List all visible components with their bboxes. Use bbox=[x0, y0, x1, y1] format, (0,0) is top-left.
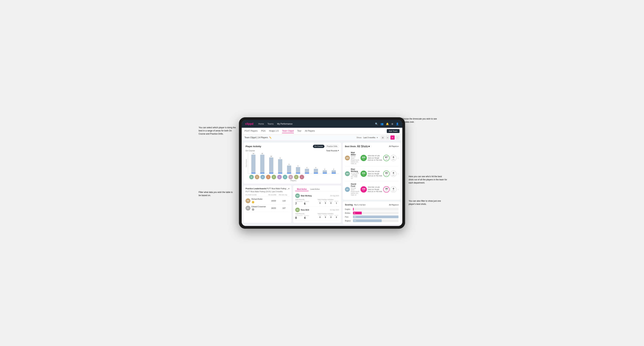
nav-my-performance[interactable]: My Performance bbox=[277, 122, 292, 126]
act-rounds-label-0: Total Rounds bbox=[295, 199, 317, 200]
putt-val-0: 1 bbox=[334, 202, 339, 204]
scoring-label-1: Birdies bbox=[345, 212, 352, 214]
players-x-label: Players bbox=[248, 180, 339, 181]
shot-player-detail-1: 23 Jul 2023 · Aldridge GC, Hole 15 bbox=[351, 172, 360, 179]
lb-rank-badge-0: 1 bbox=[252, 201, 254, 203]
shot-metric2-0: 0 yds bbox=[390, 155, 396, 161]
all-shots-filter[interactable]: All Shots ▾ bbox=[357, 145, 370, 148]
shot-end-0: End Lie: In The Hole bbox=[368, 159, 382, 161]
bar-fill-4[interactable] bbox=[287, 166, 291, 173]
player-avatar-6[interactable]: R bbox=[283, 175, 287, 179]
scoring-label-2: Pars bbox=[345, 216, 352, 218]
lb-name-0: Richard Butler 1 bbox=[252, 198, 262, 203]
act-header-1: RB Rees Britt 02 Sep 2023 bbox=[295, 208, 339, 212]
most-active-tab[interactable]: Most Active bbox=[295, 187, 308, 191]
all-players-filter[interactable]: All Players ▾ bbox=[389, 145, 398, 147]
chart-toggle-btns: On Course Practice Drills bbox=[313, 145, 339, 148]
list-view-btn[interactable]: ≡ bbox=[386, 135, 390, 140]
shot-metrics-1: 43 yds 0 yds bbox=[383, 171, 396, 177]
right-panel: Best Shots All Shots ▾ All Players ▾ bbox=[343, 141, 402, 226]
shot-item-1[interactable]: BM Blair McHarg 23 Jul 2023 · Aldridge G… bbox=[345, 166, 398, 181]
act-rounds-practice-0: Practice 6 bbox=[304, 201, 309, 205]
player-avatar-3[interactable]: J bbox=[266, 175, 270, 179]
player-avatar-2[interactable]: D bbox=[260, 175, 265, 179]
arg-label-0: ARG bbox=[328, 201, 334, 202]
settings-view-btn[interactable]: ⋮ bbox=[395, 135, 400, 140]
shot-metric1-2: 16 yds bbox=[383, 186, 390, 192]
bar-fill-0[interactable] bbox=[251, 155, 256, 173]
lb-avatar-1: EC bbox=[246, 206, 250, 211]
shot-avatar-1: BM bbox=[345, 171, 350, 176]
practice-drills-toggle[interactable]: Practice Drills bbox=[325, 145, 339, 148]
shot-player-info-2: DF David Ford 24 Aug 2023 · Royal North … bbox=[345, 183, 360, 196]
shot-metric2-val-0: 0 bbox=[393, 156, 394, 159]
shot-badge-label-1: SG bbox=[363, 174, 364, 175]
player-avatar-1[interactable]: R bbox=[255, 175, 259, 179]
player-avatar-5[interactable]: G bbox=[277, 175, 282, 179]
heart-view-btn[interactable]: ♥ bbox=[390, 135, 394, 140]
shot-metric2-1: 0 yds bbox=[390, 171, 396, 177]
bar-fill-8[interactable] bbox=[323, 170, 327, 173]
subnav-tour[interactable]: Tour bbox=[297, 129, 301, 133]
nav-home[interactable]: Home bbox=[258, 122, 264, 126]
shot-badge-num-0: 200 bbox=[362, 156, 366, 159]
team-header: Team Clippd | 14 Players ✏️ Show: Last 3… bbox=[242, 134, 402, 141]
shot-metrics-0: 67 yds 0 yds bbox=[383, 155, 396, 161]
plus-circle-icon[interactable]: ⊕ bbox=[391, 123, 394, 125]
putt-label-0: PUTT bbox=[334, 201, 339, 202]
act-tournament-val-1: 8 bbox=[295, 216, 302, 219]
shot-item-0[interactable]: MM Matt Miller 09 Jun 2023 · Royal North… bbox=[345, 150, 398, 166]
search-icon[interactable]: 🔍 bbox=[375, 123, 378, 125]
show-dropdown-icon[interactable]: ▾ bbox=[377, 137, 378, 139]
lb-avatar-0: RB bbox=[246, 198, 250, 203]
bar-fill-1[interactable] bbox=[260, 155, 264, 173]
dropdown-chevron-icon: ▾ bbox=[338, 149, 339, 152]
player-avatar-9[interactable]: L bbox=[300, 175, 304, 179]
shot-avatar-0: MM bbox=[345, 156, 350, 161]
bar-fill-7[interactable] bbox=[314, 169, 318, 173]
subnav-team-clippd[interactable]: Team Clippd bbox=[282, 129, 294, 133]
grid-view-btn[interactable]: ⊞ bbox=[380, 135, 385, 140]
bar-fill-3[interactable] bbox=[278, 159, 282, 173]
chart-dropdown-btn[interactable]: Total Rounds ▾ bbox=[326, 149, 339, 152]
bar-fill-9[interactable] bbox=[332, 170, 336, 173]
act-practice-label-1: Total Practice Activities bbox=[318, 213, 339, 215]
bell-icon[interactable]: 🔔 bbox=[386, 123, 389, 125]
lb-player-name-0: Richard Butler bbox=[252, 198, 262, 200]
player-avatar-4[interactable]: E bbox=[272, 175, 276, 179]
bar-fill-2[interactable] bbox=[269, 158, 273, 173]
shot-badge-num-1: 200 bbox=[362, 172, 366, 174]
lb-dropdown[interactable]: PUTT Must Make Putting ... ▾ bbox=[266, 188, 289, 190]
scoring-bar-wrap-1: 96 bbox=[353, 212, 398, 214]
shot-start-2: Start Lie: Rough bbox=[368, 188, 382, 191]
shot-item-2[interactable]: DF David Ford 24 Aug 2023 · Royal North … bbox=[345, 181, 398, 198]
least-active-tab[interactable]: Least Active bbox=[308, 187, 322, 191]
player-avatar-7[interactable]: M bbox=[288, 175, 293, 179]
scoring-filter[interactable]: Par 3, 4 & 5s ▾ bbox=[354, 204, 366, 206]
lb-row-0[interactable]: RB Richard Butler 1 19/20 110 bbox=[246, 197, 289, 205]
shot-metric1-val-1: 43 bbox=[385, 172, 388, 174]
scoring-all-players[interactable]: All Players ▾ bbox=[389, 204, 398, 206]
shot-dist-1: Shot Dist: 43 yds bbox=[368, 170, 382, 173]
gtt-val-0: 0 bbox=[318, 202, 322, 204]
user-avatar-icon[interactable]: 👤 bbox=[396, 123, 399, 125]
subnav-all-players[interactable]: All Players bbox=[305, 129, 315, 133]
subnav-hcaps[interactable]: Hcaps 1-5 bbox=[269, 129, 278, 133]
nav-teams[interactable]: Teams bbox=[268, 122, 274, 126]
bar-group-1: 12 bbox=[258, 153, 266, 173]
subnav-pgat[interactable]: PGAT Players bbox=[244, 129, 258, 133]
player-avatar-8[interactable]: E bbox=[294, 175, 298, 179]
putt-val-1: 0 bbox=[334, 216, 339, 218]
player-avatar-0[interactable]: B bbox=[249, 175, 254, 179]
subnav-pga[interactable]: PGA bbox=[261, 129, 266, 133]
show-select[interactable]: Last 3 months bbox=[363, 137, 376, 139]
bar-fill-5[interactable] bbox=[296, 167, 300, 173]
edit-icon[interactable]: ✏️ bbox=[269, 137, 272, 139]
lb-subtitle: PUTT Must Make Putting (3-6 ft). Last 3 … bbox=[246, 191, 289, 192]
add-team-button[interactable]: Add Team bbox=[387, 129, 400, 133]
shot-start-1: Start Lie: Rough bbox=[368, 173, 382, 175]
on-course-toggle[interactable]: On Course bbox=[313, 145, 324, 148]
users-icon[interactable]: 👥 bbox=[380, 123, 384, 125]
lb-row-1[interactable]: EC Edward Crossman 2 18/20 107 bbox=[246, 205, 289, 212]
bar-fill-6[interactable] bbox=[305, 169, 309, 173]
